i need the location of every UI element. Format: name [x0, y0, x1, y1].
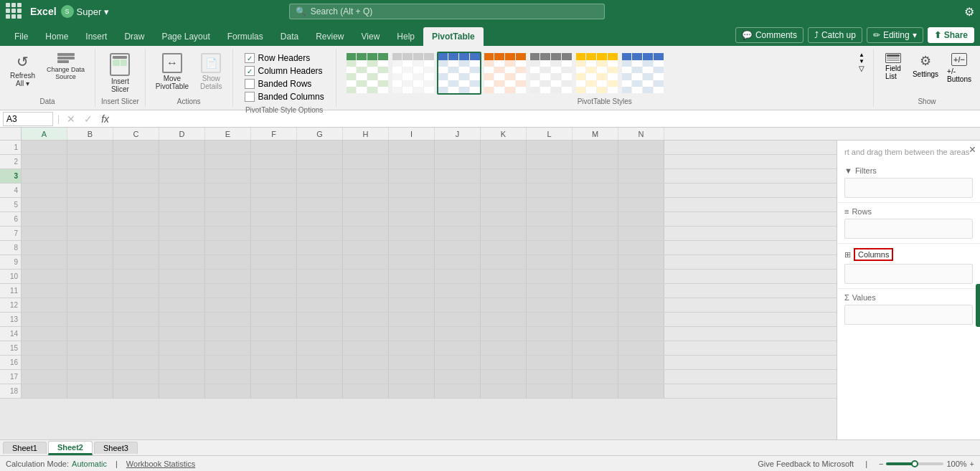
- grid-cell[interactable]: [159, 212, 205, 226]
- grid-cell[interactable]: [389, 327, 435, 341]
- grid-cell[interactable]: [297, 356, 343, 369]
- grid-cell[interactable]: [527, 241, 573, 254]
- name-box[interactable]: A3: [3, 112, 53, 126]
- grid-cell[interactable]: [251, 155, 297, 168]
- row-headers-checkbox-box[interactable]: [245, 53, 255, 63]
- grid-cell[interactable]: [527, 198, 573, 211]
- row-number-3[interactable]: 3: [0, 169, 22, 183]
- col-header-L[interactable]: L: [527, 128, 573, 140]
- tab-pivottable[interactable]: PivotTable: [423, 27, 484, 46]
- grid-cell[interactable]: [435, 384, 481, 398]
- columns-drop-zone[interactable]: [844, 264, 973, 284]
- banded-rows-checkbox-box[interactable]: [245, 79, 255, 89]
- grid-cell[interactable]: [573, 141, 618, 154]
- grid-cell[interactable]: [205, 270, 251, 283]
- grid-cell[interactable]: [343, 184, 389, 197]
- catchup-button[interactable]: ⤴ Catch up: [808, 27, 862, 43]
- row-number-8[interactable]: 8: [0, 241, 22, 254]
- grid-cell[interactable]: [389, 212, 435, 226]
- grid-cell[interactable]: [67, 341, 113, 355]
- grid-cell[interactable]: [251, 198, 297, 211]
- col-header-E[interactable]: E: [205, 128, 251, 140]
- grid-cell[interactable]: [251, 227, 297, 240]
- grid-cell[interactable]: [251, 270, 297, 283]
- grid-cell[interactable]: [113, 212, 159, 226]
- grid-cell[interactable]: [435, 227, 481, 240]
- grid-cell[interactable]: [573, 341, 618, 355]
- grid-cell[interactable]: [251, 284, 297, 298]
- grid-cell[interactable]: [159, 270, 205, 283]
- grid-cell[interactable]: [22, 212, 67, 226]
- grid-cell[interactable]: [113, 169, 159, 183]
- grid-cell[interactable]: [67, 227, 113, 240]
- grid-cell[interactable]: [435, 198, 481, 211]
- grid-cell[interactable]: [251, 212, 297, 226]
- grid-cell[interactable]: [527, 212, 573, 226]
- grid-cell[interactable]: [481, 341, 527, 355]
- grid-cell[interactable]: [618, 341, 664, 355]
- grid-cell[interactable]: [159, 327, 205, 341]
- grid-cell[interactable]: [67, 155, 113, 168]
- grid-cell[interactable]: [343, 284, 389, 298]
- grid-cell[interactable]: [527, 298, 573, 312]
- grid-cell[interactable]: [113, 370, 159, 384]
- grid-cell[interactable]: [389, 341, 435, 355]
- grid-cell[interactable]: [297, 341, 343, 355]
- grid-cell[interactable]: [435, 141, 481, 154]
- grid-cell[interactable]: [205, 241, 251, 254]
- grid-cell[interactable]: [481, 184, 527, 197]
- grid-cell[interactable]: [113, 298, 159, 312]
- grid-cell[interactable]: [618, 184, 664, 197]
- refresh-all-button[interactable]: ↺ RefreshAll ▾: [6, 50, 39, 90]
- grid-cell[interactable]: [205, 155, 251, 168]
- banded-columns-checkbox[interactable]: Banded Columns: [245, 92, 324, 102]
- grid-cell[interactable]: [159, 284, 205, 298]
- grid-cell[interactable]: [297, 327, 343, 341]
- grid-cell[interactable]: [573, 313, 618, 326]
- grid-cell[interactable]: [389, 356, 435, 369]
- row-number-11[interactable]: 11: [0, 284, 22, 298]
- pivottable-style-style3[interactable]: [437, 52, 481, 95]
- grid-cell[interactable]: [343, 198, 389, 211]
- grid-cell[interactable]: [297, 169, 343, 183]
- grid-cell[interactable]: [22, 298, 67, 312]
- tab-file[interactable]: File: [6, 27, 37, 46]
- grid-cell[interactable]: [205, 198, 251, 211]
- col-header-I[interactable]: I: [389, 128, 435, 140]
- grid-cell[interactable]: [297, 198, 343, 211]
- grid-cell[interactable]: [159, 227, 205, 240]
- grid-cell[interactable]: [205, 184, 251, 197]
- row-number-5[interactable]: 5: [0, 198, 22, 211]
- grid-cell[interactable]: [251, 356, 297, 369]
- tab-formulas[interactable]: Formulas: [219, 27, 272, 46]
- formula-confirm-button[interactable]: ✓: [81, 113, 95, 125]
- grid-cell[interactable]: [618, 255, 664, 269]
- zoom-slider[interactable]: [886, 462, 943, 465]
- workbook-stats-link[interactable]: Workbook Statistics: [126, 460, 195, 468]
- banded-rows-checkbox[interactable]: Banded Rows: [245, 79, 324, 89]
- grid-cell[interactable]: [113, 270, 159, 283]
- grid-cell[interactable]: [205, 284, 251, 298]
- grid-cell[interactable]: [435, 155, 481, 168]
- zoom-plus-button[interactable]: +: [970, 460, 974, 468]
- grid-cell[interactable]: [618, 241, 664, 254]
- grid-cell[interactable]: [481, 227, 527, 240]
- tab-home[interactable]: Home: [37, 27, 77, 46]
- grid-cell[interactable]: [205, 212, 251, 226]
- grid-cell[interactable]: [527, 356, 573, 369]
- move-pivottable-button[interactable]: ↔ MovePivotTable: [151, 50, 193, 93]
- grid-cell[interactable]: [159, 184, 205, 197]
- grid-cell[interactable]: [573, 384, 618, 398]
- grid-cell[interactable]: [618, 198, 664, 211]
- grid-cell[interactable]: [22, 155, 67, 168]
- editing-button[interactable]: ✏ Editing ▾: [867, 27, 923, 43]
- grid-cell[interactable]: [113, 227, 159, 240]
- grid-cell[interactable]: [67, 141, 113, 154]
- col-header-N[interactable]: N: [618, 128, 664, 140]
- grid-cell[interactable]: [527, 284, 573, 298]
- row-number-7[interactable]: 7: [0, 227, 22, 240]
- grid-cell[interactable]: [435, 284, 481, 298]
- grid-cell[interactable]: [22, 313, 67, 326]
- grid-cell[interactable]: [389, 155, 435, 168]
- pivottable-style-style1[interactable]: [345, 52, 390, 95]
